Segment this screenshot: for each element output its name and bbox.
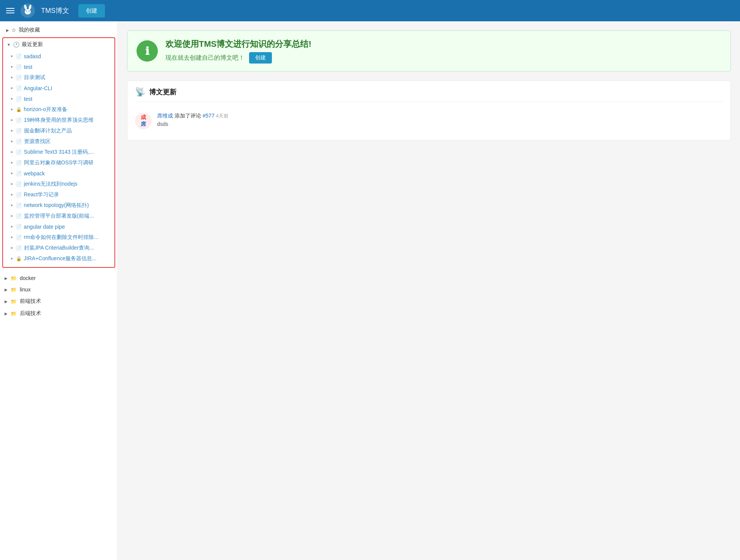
recent-item-link[interactable]: horizon-o开发准备 bbox=[24, 106, 67, 113]
file-icon: 📄 bbox=[16, 150, 22, 155]
recent-item-link[interactable]: Sublime Text3 3143 注册码,... bbox=[24, 149, 94, 156]
recent-item-link[interactable]: sadasd bbox=[24, 53, 41, 59]
update-username[interactable]: 席维成 bbox=[157, 113, 175, 119]
recent-item-link[interactable]: JIRA+Confluence服务器信息... bbox=[24, 255, 97, 262]
bullet-icon: • bbox=[11, 213, 13, 220]
folder-label: linux bbox=[20, 286, 31, 293]
file-icon: 📄 bbox=[16, 128, 22, 134]
favorites-label: 我的收藏 bbox=[19, 27, 40, 33]
bullet-icon: • bbox=[11, 170, 13, 177]
sidebar-favorites[interactable]: ▶ ☆ 我的收藏 bbox=[0, 24, 118, 36]
welcome-text: 欢迎使用TMS博文进行知识的分享总结! 现在就去创建自己的博文吧！ 创建 bbox=[165, 38, 311, 64]
recent-item-link[interactable]: 封装JPA CriteriaBuilder查询... bbox=[24, 245, 94, 251]
file-icon: 📄 bbox=[16, 213, 22, 219]
recent-list-item[interactable]: •🔒JIRA+Confluence服务器信息... bbox=[3, 253, 114, 264]
recent-list-item[interactable]: •📄目录测试 bbox=[3, 72, 114, 83]
update-issue-link[interactable]: #577 bbox=[203, 113, 216, 119]
recent-list-item[interactable]: •📄rm命令如何在删除文件时排除... bbox=[3, 232, 114, 243]
recent-list-item[interactable]: •📄掘金翻译计划之产品 bbox=[3, 126, 114, 136]
info-icon: ℹ bbox=[137, 40, 158, 62]
recent-item-link[interactable]: network topology(网络拓扑) bbox=[24, 202, 89, 209]
recent-item-link[interactable]: test bbox=[24, 96, 33, 102]
recent-list-item[interactable]: •📄webpack bbox=[3, 168, 114, 179]
recent-list-item[interactable]: •📄Sublime Text3 3143 注册码,... bbox=[3, 147, 114, 158]
recent-item-link[interactable]: 19种终身受用的世界顶尖思维 bbox=[24, 117, 94, 124]
file-icon: 📄 bbox=[16, 181, 22, 187]
update-content: 席维成 添加了评论 #577 4天前dsds bbox=[157, 113, 229, 127]
recent-item-link[interactable]: 资源查找区 bbox=[24, 138, 51, 145]
recent-list-item[interactable]: •📄angular date pipe bbox=[3, 221, 114, 232]
bullet-icon: • bbox=[11, 234, 13, 241]
sidebar-folder-item[interactable]: ▶📁前端技术 bbox=[0, 295, 118, 307]
welcome-banner: ℹ 欢迎使用TMS博文进行知识的分享总结! 现在就去创建自己的博文吧！ 创建 bbox=[127, 30, 731, 72]
recent-list-item[interactable]: •📄资源查找区 bbox=[3, 136, 114, 147]
welcome-create-button[interactable]: 创建 bbox=[249, 52, 272, 64]
svg-point-3 bbox=[25, 9, 31, 14]
chevron-right-icon: ▶ bbox=[5, 299, 8, 304]
recent-list-item[interactable]: •📄jenkins无法找到nodejs bbox=[3, 179, 114, 189]
svg-point-5 bbox=[29, 11, 29, 11]
recent-list-item[interactable]: •📄React学习记录 bbox=[3, 189, 114, 200]
bullet-icon: • bbox=[11, 181, 13, 188]
recent-item-link[interactable]: jenkins无法找到nodejs bbox=[24, 181, 78, 188]
bullet-icon: • bbox=[11, 138, 13, 145]
sidebar-folder-item[interactable]: ▶📁后端技术 bbox=[0, 307, 118, 320]
file-icon: 📄 bbox=[16, 171, 22, 176]
folder-label: 前端技术 bbox=[20, 298, 41, 305]
svg-point-4 bbox=[26, 11, 27, 11]
menu-icon[interactable] bbox=[6, 8, 14, 13]
bullet-icon: • bbox=[11, 117, 13, 124]
recent-list-item[interactable]: •📄network topology(网络拓扑) bbox=[3, 200, 114, 211]
logo-icon bbox=[21, 3, 35, 18]
bullet-icon: • bbox=[11, 95, 13, 102]
bullet-icon: • bbox=[11, 202, 13, 209]
sidebar-folder-item[interactable]: ▶📁linux bbox=[0, 284, 118, 295]
recent-item-link[interactable]: 掘金翻译计划之产品 bbox=[24, 127, 72, 134]
folder-icon: 📁 bbox=[11, 287, 17, 293]
chevron-down-icon: ▼ bbox=[7, 43, 11, 47]
blog-updates-section: 📡 博文更新 成席席维成 添加了评论 #577 4天前dsds bbox=[127, 81, 731, 140]
update-action: 添加了评论 bbox=[175, 113, 203, 119]
sidebar-folder-item[interactable]: ▶📁docker bbox=[0, 272, 118, 284]
recent-item-link[interactable]: webpack bbox=[24, 170, 45, 177]
main-content: ℹ 欢迎使用TMS博文进行知识的分享总结! 现在就去创建自己的博文吧！ 创建 📡… bbox=[118, 21, 740, 560]
file-icon: 📄 bbox=[16, 160, 22, 165]
recent-list-item[interactable]: •📄封装JPA CriteriaBuilder查询... bbox=[3, 243, 114, 253]
main-layout: ▶ ☆ 我的收藏 ▼ 🕐 最近更新 •📄sadasd•📄test•📄目录测试•📄… bbox=[0, 21, 740, 560]
folder-label: docker bbox=[20, 275, 36, 281]
recent-item-link[interactable]: 阿里云对象存储OSS学习调研 bbox=[24, 159, 94, 166]
recent-item-link[interactable]: React学习记录 bbox=[24, 191, 59, 198]
recent-list-item[interactable]: •📄阿里云对象存储OSS学习调研 bbox=[3, 158, 114, 168]
chevron-right-icon: ▶ bbox=[6, 28, 9, 32]
lock-icon: 🔒 bbox=[16, 256, 22, 261]
recent-items-list: •📄sadasd•📄test•📄目录测试•📄Angular-CLI•📄test•… bbox=[3, 51, 114, 267]
recent-item-link[interactable]: angular date pipe bbox=[24, 224, 65, 230]
recent-list-item[interactable]: •📄Angular-CLI bbox=[3, 83, 114, 94]
app-title: TMS博文 bbox=[41, 6, 69, 15]
recent-list-item[interactable]: •📄test bbox=[3, 62, 114, 72]
recent-section-header[interactable]: ▼ 🕐 最近更新 bbox=[3, 38, 114, 51]
recent-list-item[interactable]: •🔒horizon-o开发准备 bbox=[3, 104, 114, 115]
header-create-button[interactable]: 创建 bbox=[78, 4, 105, 18]
file-icon: 📄 bbox=[16, 86, 22, 91]
recent-list-item[interactable]: •📄监控管理平台部署发版(前端... bbox=[3, 211, 114, 221]
update-time: 4天前 bbox=[216, 113, 229, 119]
welcome-title: 欢迎使用TMS博文进行知识的分享总结! bbox=[165, 38, 311, 50]
bullet-icon: • bbox=[11, 159, 13, 166]
recent-item-link[interactable]: Angular-CLI bbox=[24, 85, 52, 91]
recent-list-item[interactable]: •📄test bbox=[3, 94, 114, 104]
bullet-icon: • bbox=[11, 74, 13, 81]
recent-item-link[interactable]: 监控管理平台部署发版(前端... bbox=[24, 213, 94, 220]
file-icon: 📄 bbox=[16, 54, 22, 59]
bullet-icon: • bbox=[11, 255, 13, 262]
recent-item-link[interactable]: rm命令如何在删除文件时排除... bbox=[24, 234, 98, 241]
svg-point-6 bbox=[27, 12, 28, 13]
bullet-icon: • bbox=[11, 106, 13, 113]
recent-item-link[interactable]: 目录测试 bbox=[24, 74, 45, 81]
recent-list-item[interactable]: •📄19种终身受用的世界顶尖思维 bbox=[3, 115, 114, 126]
recent-item-link[interactable]: test bbox=[24, 64, 33, 70]
bullet-icon: • bbox=[11, 223, 13, 230]
file-icon: 📄 bbox=[16, 203, 22, 208]
file-icon: 📄 bbox=[16, 245, 22, 251]
recent-list-item[interactable]: •📄sadasd bbox=[3, 51, 114, 62]
